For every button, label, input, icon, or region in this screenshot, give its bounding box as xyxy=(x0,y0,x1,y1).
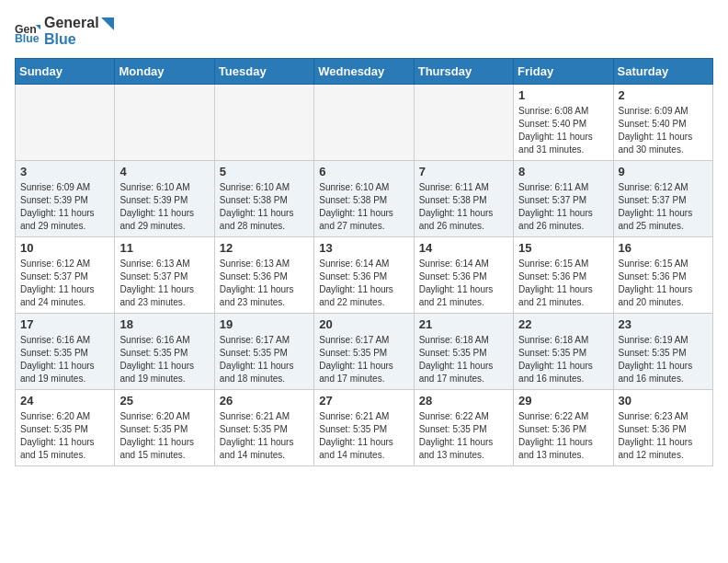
day-info: Sunrise: 6:10 AM Sunset: 5:38 PM Dayligh… xyxy=(220,181,309,233)
weekday-header: Thursday xyxy=(414,59,513,85)
calendar-cell: 21Sunrise: 6:18 AM Sunset: 5:35 PM Dayli… xyxy=(414,314,513,390)
day-number: 21 xyxy=(419,317,508,331)
calendar-cell: 10Sunrise: 6:12 AM Sunset: 5:37 PM Dayli… xyxy=(16,237,115,314)
calendar-week-row: 10Sunrise: 6:12 AM Sunset: 5:37 PM Dayli… xyxy=(16,237,713,314)
day-info: Sunrise: 6:11 AM Sunset: 5:37 PM Dayligh… xyxy=(518,181,608,233)
calendar-cell: 5Sunrise: 6:10 AM Sunset: 5:38 PM Daylig… xyxy=(214,161,313,237)
day-info: Sunrise: 6:11 AM Sunset: 5:38 PM Dayligh… xyxy=(419,181,508,233)
day-info: Sunrise: 6:16 AM Sunset: 5:35 PM Dayligh… xyxy=(20,334,109,385)
calendar-cell: 6Sunrise: 6:10 AM Sunset: 5:38 PM Daylig… xyxy=(314,161,414,237)
day-number: 11 xyxy=(119,241,209,255)
logo-triangle xyxy=(101,17,114,30)
calendar-cell: 18Sunrise: 6:16 AM Sunset: 5:35 PM Dayli… xyxy=(115,314,214,390)
day-info: Sunrise: 6:15 AM Sunset: 5:36 PM Dayligh… xyxy=(518,258,608,309)
day-number: 25 xyxy=(119,394,209,408)
day-number: 24 xyxy=(20,394,109,408)
day-info: Sunrise: 6:10 AM Sunset: 5:38 PM Dayligh… xyxy=(319,181,408,233)
day-info: Sunrise: 6:09 AM Sunset: 5:40 PM Dayligh… xyxy=(619,105,708,156)
calendar-cell: 13Sunrise: 6:14 AM Sunset: 5:36 PM Dayli… xyxy=(314,237,414,314)
calendar-cell: 29Sunrise: 6:22 AM Sunset: 5:36 PM Dayli… xyxy=(514,390,613,466)
day-number: 15 xyxy=(518,241,608,255)
day-number: 23 xyxy=(619,317,708,331)
calendar-cell: 16Sunrise: 6:15 AM Sunset: 5:36 PM Dayli… xyxy=(613,237,712,314)
day-number: 19 xyxy=(220,317,309,331)
calendar-cell: 19Sunrise: 6:17 AM Sunset: 5:35 PM Dayli… xyxy=(214,314,313,390)
calendar-cell xyxy=(314,85,414,161)
day-info: Sunrise: 6:22 AM Sunset: 5:36 PM Dayligh… xyxy=(518,410,608,462)
calendar-cell: 14Sunrise: 6:14 AM Sunset: 5:36 PM Dayli… xyxy=(414,237,513,314)
calendar-cell xyxy=(16,85,115,161)
calendar-cell: 20Sunrise: 6:17 AM Sunset: 5:35 PM Dayli… xyxy=(314,314,414,390)
day-number: 18 xyxy=(119,317,209,331)
calendar-cell: 25Sunrise: 6:20 AM Sunset: 5:35 PM Dayli… xyxy=(115,390,214,466)
day-info: Sunrise: 6:16 AM Sunset: 5:35 PM Dayligh… xyxy=(119,334,209,385)
day-number: 17 xyxy=(20,317,109,331)
calendar-week-row: 17Sunrise: 6:16 AM Sunset: 5:35 PM Dayli… xyxy=(16,314,713,390)
day-info: Sunrise: 6:10 AM Sunset: 5:39 PM Dayligh… xyxy=(119,181,209,233)
day-info: Sunrise: 6:20 AM Sunset: 5:35 PM Dayligh… xyxy=(119,410,209,462)
day-number: 27 xyxy=(319,394,408,408)
calendar-week-row: 24Sunrise: 6:20 AM Sunset: 5:35 PM Dayli… xyxy=(16,390,713,466)
day-number: 22 xyxy=(518,317,608,331)
day-number: 2 xyxy=(619,88,708,102)
calendar-cell: 17Sunrise: 6:16 AM Sunset: 5:35 PM Dayli… xyxy=(16,314,115,390)
svg-marker-3 xyxy=(101,17,114,30)
calendar-cell: 2Sunrise: 6:09 AM Sunset: 5:40 PM Daylig… xyxy=(613,85,712,161)
calendar-cell: 23Sunrise: 6:19 AM Sunset: 5:35 PM Dayli… xyxy=(613,314,712,390)
calendar-cell: 11Sunrise: 6:13 AM Sunset: 5:37 PM Dayli… xyxy=(115,237,214,314)
day-number: 7 xyxy=(419,165,508,178)
day-number: 16 xyxy=(619,241,708,255)
weekday-header: Saturday xyxy=(613,59,712,85)
calendar-week-row: 1Sunrise: 6:08 AM Sunset: 5:40 PM Daylig… xyxy=(16,85,713,161)
day-info: Sunrise: 6:13 AM Sunset: 5:37 PM Dayligh… xyxy=(119,258,209,309)
day-info: Sunrise: 6:14 AM Sunset: 5:36 PM Dayligh… xyxy=(319,258,408,309)
calendar-cell: 12Sunrise: 6:13 AM Sunset: 5:36 PM Dayli… xyxy=(214,237,313,314)
day-info: Sunrise: 6:12 AM Sunset: 5:37 PM Dayligh… xyxy=(619,181,708,233)
calendar-cell: 26Sunrise: 6:21 AM Sunset: 5:35 PM Dayli… xyxy=(214,390,313,466)
day-number: 20 xyxy=(319,317,408,331)
day-info: Sunrise: 6:22 AM Sunset: 5:35 PM Dayligh… xyxy=(419,410,508,462)
calendar-cell: 1Sunrise: 6:08 AM Sunset: 5:40 PM Daylig… xyxy=(514,85,613,161)
day-number: 14 xyxy=(419,241,508,255)
calendar-cell: 28Sunrise: 6:22 AM Sunset: 5:35 PM Dayli… xyxy=(414,390,513,466)
day-number: 3 xyxy=(20,165,109,178)
day-info: Sunrise: 6:21 AM Sunset: 5:35 PM Dayligh… xyxy=(319,410,408,462)
day-number: 30 xyxy=(619,394,708,408)
calendar-cell: 3Sunrise: 6:09 AM Sunset: 5:39 PM Daylig… xyxy=(16,161,115,237)
day-info: Sunrise: 6:20 AM Sunset: 5:35 PM Dayligh… xyxy=(20,410,109,462)
day-number: 4 xyxy=(119,165,209,178)
weekday-header: Friday xyxy=(514,59,613,85)
weekday-header: Wednesday xyxy=(314,59,414,85)
calendar-cell: 24Sunrise: 6:20 AM Sunset: 5:35 PM Dayli… xyxy=(16,390,115,466)
calendar-cell: 30Sunrise: 6:23 AM Sunset: 5:36 PM Dayli… xyxy=(613,390,712,466)
day-info: Sunrise: 6:13 AM Sunset: 5:36 PM Dayligh… xyxy=(220,258,309,309)
day-info: Sunrise: 6:23 AM Sunset: 5:36 PM Dayligh… xyxy=(619,410,708,462)
day-info: Sunrise: 6:18 AM Sunset: 5:35 PM Dayligh… xyxy=(518,334,608,385)
calendar-cell: 27Sunrise: 6:21 AM Sunset: 5:35 PM Dayli… xyxy=(314,390,414,466)
day-info: Sunrise: 6:08 AM Sunset: 5:40 PM Dayligh… xyxy=(518,105,608,156)
logo-text-line2: Blue xyxy=(44,31,114,48)
day-info: Sunrise: 6:21 AM Sunset: 5:35 PM Dayligh… xyxy=(220,410,309,462)
calendar-cell: 4Sunrise: 6:10 AM Sunset: 5:39 PM Daylig… xyxy=(115,161,214,237)
weekday-header: Monday xyxy=(115,59,214,85)
logo: Gen Blue General Blue xyxy=(15,15,114,47)
day-info: Sunrise: 6:09 AM Sunset: 5:39 PM Dayligh… xyxy=(20,181,109,233)
calendar-cell xyxy=(414,85,513,161)
day-number: 26 xyxy=(220,394,309,408)
calendar-table: SundayMondayTuesdayWednesdayThursdayFrid… xyxy=(15,58,713,466)
weekday-header-row: SundayMondayTuesdayWednesdayThursdayFrid… xyxy=(16,59,713,85)
day-number: 29 xyxy=(518,394,608,408)
logo-text-line1: General xyxy=(44,15,114,31)
day-number: 1 xyxy=(518,88,608,102)
page-header: Gen Blue General Blue xyxy=(15,15,713,47)
logo-icon: Gen Blue xyxy=(15,18,40,44)
calendar-week-row: 3Sunrise: 6:09 AM Sunset: 5:39 PM Daylig… xyxy=(16,161,713,237)
day-number: 12 xyxy=(220,241,309,255)
day-info: Sunrise: 6:19 AM Sunset: 5:35 PM Dayligh… xyxy=(619,334,708,385)
calendar-cell xyxy=(115,85,214,161)
calendar-cell: 8Sunrise: 6:11 AM Sunset: 5:37 PM Daylig… xyxy=(514,161,613,237)
calendar-cell: 15Sunrise: 6:15 AM Sunset: 5:36 PM Dayli… xyxy=(514,237,613,314)
day-number: 9 xyxy=(619,165,708,178)
calendar-cell: 9Sunrise: 6:12 AM Sunset: 5:37 PM Daylig… xyxy=(613,161,712,237)
day-number: 8 xyxy=(518,165,608,178)
